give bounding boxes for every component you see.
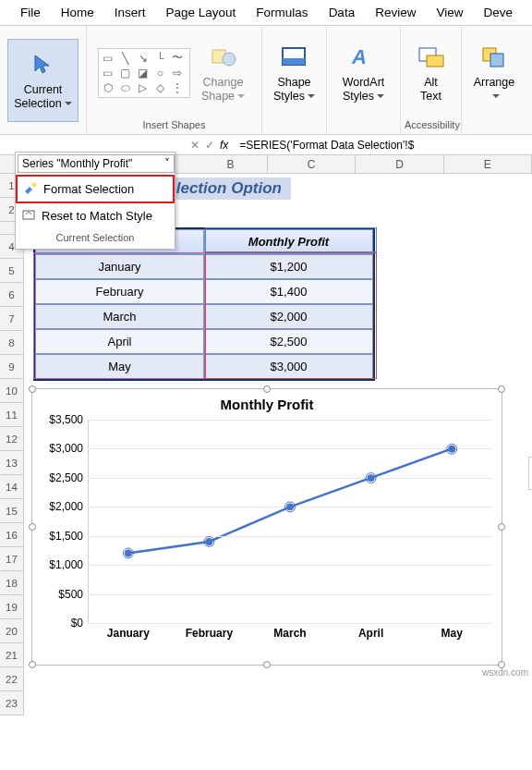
chart-element-combo[interactable]: Series "Monthly Profit" ˅ (18, 154, 175, 173)
selection-panel-footer: Current Selection (16, 228, 175, 249)
elbow-connector-icon[interactable]: └ (153, 52, 166, 65)
alt-text-icon (417, 43, 445, 72)
table-cell[interactable]: May (35, 354, 204, 379)
svg-text:A: A (351, 45, 367, 68)
y-tick: $3,500 (32, 413, 83, 426)
data-table: Month Monthly Profit January$1,200 Febru… (33, 227, 375, 381)
y-tick: $1,000 (32, 558, 83, 571)
row-headers: 1 2 4 5 6 7 8 9 10 11 12 13 14 15 16 17 … (0, 174, 24, 715)
worksheet-grid[interactable]: 1 2 4 5 6 7 8 9 10 11 12 13 14 15 16 17 … (0, 174, 532, 715)
y-tick: $500 (32, 588, 83, 601)
line-arrow-shape-icon[interactable]: ↘ (137, 52, 150, 65)
x-tick: March (273, 627, 306, 640)
resize-handle[interactable] (263, 661, 271, 668)
shape-styles-icon (280, 43, 308, 72)
table-cell[interactable]: April (35, 329, 204, 354)
resize-handle[interactable] (498, 385, 505, 393)
table-cell[interactable]: $1,200 (204, 254, 373, 279)
chevron-shape-icon[interactable]: ▷ (137, 81, 150, 94)
col-e[interactable]: E (444, 155, 532, 173)
svg-point-11 (205, 538, 212, 545)
arrange-icon (481, 43, 507, 72)
tab-home[interactable]: Home (52, 0, 103, 25)
current-selection-button[interactable]: Current Selection (7, 39, 78, 122)
y-tick: $0 (32, 617, 83, 629)
col-c[interactable]: C (268, 155, 356, 173)
format-selection-icon (23, 180, 38, 198)
tab-view[interactable]: View (427, 0, 472, 25)
col-b[interactable]: B (194, 155, 268, 173)
chart-markers[interactable] (88, 420, 492, 623)
tab-formulas[interactable]: Formulas (247, 0, 317, 25)
x-tick: February (186, 627, 233, 640)
resize-handle[interactable] (29, 661, 36, 668)
rectangle-shape-icon[interactable]: ▭ (102, 67, 115, 79)
svg-point-13 (286, 503, 294, 510)
rounded-rect-shape-icon[interactable]: ▢ (119, 67, 132, 79)
oval-shape-icon[interactable]: ○ (153, 67, 166, 79)
chart[interactable]: Monthly Profit $3,500 $3,000 $2,500 $2,0… (31, 388, 502, 666)
reset-style-icon (21, 207, 36, 225)
svg-point-17 (448, 446, 455, 453)
svg-rect-3 (283, 58, 305, 65)
line-shape-icon[interactable]: ╲ (119, 52, 132, 65)
format-selection-item[interactable]: Format Selection (16, 175, 175, 203)
accessibility-group-label: Accessibility (405, 117, 457, 132)
chart-title[interactable]: Monthly Profit (32, 389, 502, 416)
formula-input[interactable]: =SERIES('Format Data Selection'!$ (234, 139, 532, 152)
tab-data[interactable]: Data (320, 0, 365, 25)
cursor-selection-icon (31, 50, 55, 79)
svg-rect-6 (427, 55, 443, 67)
textbox-shape-icon[interactable]: ▭ (102, 52, 115, 65)
change-shape-button[interactable]: Change Shape (196, 31, 250, 115)
cylinder-shape-icon[interactable]: ⬭ (119, 81, 132, 94)
enter-formula-icon[interactable]: ✓ (205, 139, 214, 152)
current-selection-dropdown: Series "Monthly Profit" ˅ Format Selecti… (15, 152, 175, 250)
resize-handle[interactable] (29, 385, 36, 393)
tab-review[interactable]: Review (366, 0, 425, 25)
ribbon-shape-icon[interactable]: ◇ (153, 81, 166, 94)
table-header-profit[interactable]: Monthly Profit (204, 229, 373, 254)
ribbon: Current Selection ▭ ╲ ↘ └ 〜 ▭ ▢ ◪ ○ ⇨ ⬡ … (0, 26, 532, 135)
right-arrow-shape-icon[interactable]: ⇨ (171, 67, 184, 79)
alt-text-button[interactable]: Alt Text (412, 31, 451, 115)
table-cell[interactable]: $2,000 (204, 304, 373, 329)
tab-page-layout[interactable]: Page Layout (157, 0, 246, 25)
cancel-formula-icon[interactable]: ✕ (190, 139, 200, 152)
table-cell[interactable]: February (35, 279, 204, 304)
chevron-down-icon: ˅ (164, 157, 170, 170)
shape-styles-button[interactable]: Shape Styles (268, 31, 320, 115)
table-cell[interactable]: January (35, 254, 204, 279)
tab-insert[interactable]: Insert (105, 0, 155, 25)
table-cell[interactable]: $3,000 (204, 354, 373, 379)
table-cell[interactable]: $2,500 (204, 329, 373, 354)
watermark: wsxdn.com (482, 667, 528, 678)
svg-point-9 (125, 549, 132, 556)
resize-handle[interactable] (498, 523, 505, 531)
arrange-button[interactable]: Arrange (466, 31, 523, 115)
resize-handle[interactable] (263, 385, 271, 393)
ribbon-tabs: File Home Insert Page Layout Formulas Da… (0, 0, 532, 26)
table-cell[interactable]: $1,400 (204, 279, 373, 304)
svg-rect-8 (490, 54, 503, 67)
chart-legend-stub[interactable] (528, 457, 532, 490)
reset-match-style-item[interactable]: Reset to Match Style (16, 203, 175, 228)
y-tick: $2,000 (32, 500, 83, 513)
svg-point-15 (368, 474, 375, 482)
insert-shapes-group-label: Insert Shapes (91, 117, 258, 132)
tab-file[interactable]: File (11, 0, 50, 25)
chart-plot-area[interactable]: $3,500 $3,000 $2,500 $2,000 $1,500 $1,00… (88, 420, 492, 623)
curve-connector-icon[interactable]: 〜 (171, 52, 184, 65)
table-cell[interactable]: March (35, 304, 204, 329)
more-shapes-icon[interactable]: ⋮ (171, 81, 184, 94)
hexagon-shape-icon[interactable]: ⬡ (102, 81, 115, 94)
fx-icon[interactable]: fx (220, 139, 228, 152)
wordart-styles-button[interactable]: A WordArt Styles (337, 31, 391, 115)
x-tick: May (441, 627, 463, 640)
col-d[interactable]: D (356, 155, 443, 173)
tab-developer[interactable]: Deve (474, 0, 522, 25)
shapes-gallery[interactable]: ▭ ╲ ↘ └ 〜 ▭ ▢ ◪ ○ ⇨ ⬡ ⬭ ▷ ◇ ⋮ (98, 48, 190, 98)
x-tick: January (107, 627, 150, 640)
snip-rect-shape-icon[interactable]: ◪ (137, 67, 150, 79)
wordart-icon: A (350, 43, 378, 72)
